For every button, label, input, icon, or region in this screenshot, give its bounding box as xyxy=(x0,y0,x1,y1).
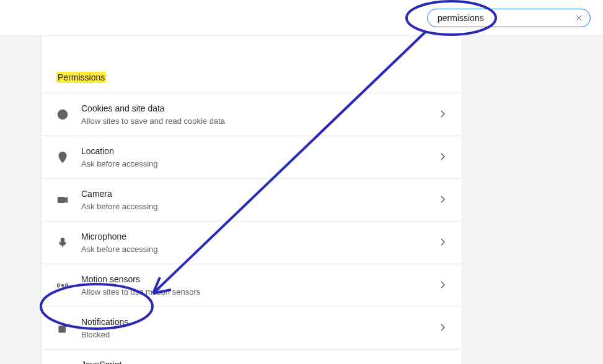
row-title: Notifications xyxy=(81,316,441,328)
svg-point-0 xyxy=(58,110,68,119)
camera-icon xyxy=(56,194,69,206)
chevron-right-icon xyxy=(441,237,447,248)
svg-point-9 xyxy=(61,284,63,286)
row-text: JavaScript Allowed xyxy=(81,358,441,364)
row-camera[interactable]: Camera Ask before accessing xyxy=(42,178,462,221)
close-icon xyxy=(575,14,583,22)
svg-point-3 xyxy=(61,116,63,117)
section-title-text: Permissions xyxy=(56,72,106,83)
row-text: Notifications Blocked xyxy=(81,316,441,340)
location-icon xyxy=(56,151,69,163)
row-cookies[interactable]: Cookies and site data Allow sites to sav… xyxy=(42,93,462,136)
row-location[interactable]: Location Ask before accessing xyxy=(42,136,462,178)
cookie-icon xyxy=(56,108,69,121)
section-title: Permissions xyxy=(42,36,462,93)
row-title: Microphone xyxy=(81,230,441,243)
row-subtitle: Allow sites to use motion sensors xyxy=(81,287,441,298)
search-input[interactable] xyxy=(438,13,568,23)
row-subtitle: Ask before accessing xyxy=(81,244,441,255)
chevron-right-icon xyxy=(441,323,447,334)
row-subtitle: Blocked xyxy=(81,329,441,340)
settings-panel: Permissions Cookies and site data Allow … xyxy=(41,36,462,364)
row-text: Microphone Ask before accessing xyxy=(81,230,441,255)
row-subtitle: Allow sites to save and read cookie data xyxy=(81,116,441,127)
microphone-icon xyxy=(56,236,69,249)
row-text: Cookies and site data Allow sites to sav… xyxy=(81,102,441,127)
top-bar xyxy=(0,0,603,36)
search-field[interactable] xyxy=(427,9,591,27)
row-notifications[interactable]: Notifications Blocked xyxy=(42,306,462,349)
chevron-right-icon xyxy=(441,152,447,163)
row-javascript[interactable]: JavaScript Allowed xyxy=(42,349,462,364)
chevron-right-icon xyxy=(441,280,447,291)
svg-point-2 xyxy=(63,113,64,114)
chevron-right-icon xyxy=(441,109,447,120)
row-title: Camera xyxy=(81,188,441,200)
row-title: Cookies and site data xyxy=(81,102,441,115)
row-text: Motion sensors Allow sites to use motion… xyxy=(81,273,441,298)
chevron-right-icon xyxy=(441,194,447,206)
svg-point-4 xyxy=(64,115,65,116)
svg-rect-6 xyxy=(58,197,65,202)
svg-point-11 xyxy=(64,324,68,327)
row-subtitle: Ask before accessing xyxy=(81,201,441,212)
svg-point-5 xyxy=(61,154,64,157)
row-title: Motion sensors xyxy=(81,273,441,285)
row-subtitle: Ask before accessing xyxy=(81,158,441,170)
clear-search-button[interactable] xyxy=(574,13,584,23)
motion-sensor-icon xyxy=(56,279,69,292)
svg-point-1 xyxy=(61,113,62,115)
row-text: Camera Ask before accessing xyxy=(81,188,441,212)
row-microphone[interactable]: Microphone Ask before accessing xyxy=(42,221,462,264)
notifications-icon xyxy=(56,322,69,334)
row-text: Location Ask before accessing xyxy=(81,145,441,170)
row-title: JavaScript xyxy=(81,358,441,364)
row-motion-sensors[interactable]: Motion sensors Allow sites to use motion… xyxy=(42,264,462,306)
row-title: Location xyxy=(81,145,441,157)
svg-rect-10 xyxy=(59,326,65,332)
